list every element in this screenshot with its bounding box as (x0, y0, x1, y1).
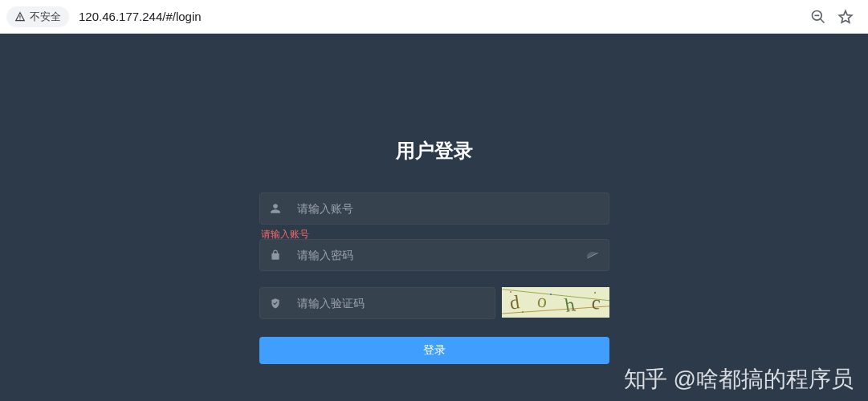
svg-point-1 (19, 18, 20, 19)
svg-line-3 (821, 18, 825, 22)
login-title: 用户登录 (396, 138, 473, 164)
shield-icon (270, 298, 281, 309)
captcha-input[interactable] (297, 297, 485, 310)
password-field[interactable] (259, 239, 609, 271)
user-icon (270, 203, 281, 214)
eye-icon[interactable] (586, 249, 599, 261)
username-error: 请输入账号 (259, 225, 609, 239)
login-page: 用户登录 请输入账号 (0, 34, 868, 401)
login-form: 请输入账号 d o (259, 192, 609, 364)
captcha-image[interactable]: d o h c (502, 287, 609, 318)
zoom-icon[interactable] (810, 9, 826, 25)
watermark: 知乎 @啥都搞的程序员 (624, 364, 854, 395)
security-label: 不安全 (30, 10, 61, 24)
security-badge[interactable]: 不安全 (6, 6, 69, 27)
star-icon[interactable] (837, 9, 854, 25)
captcha-field[interactable] (259, 287, 495, 319)
browser-actions (810, 9, 862, 25)
password-input[interactable] (297, 249, 570, 261)
lock-icon (270, 249, 281, 261)
url-text[interactable]: 120.46.177.244/#/login (77, 10, 802, 23)
watermark-author: @啥都搞的程序员 (674, 364, 854, 395)
browser-address-bar: 不安全 120.46.177.244/#/login (0, 0, 868, 34)
zhihu-logo: 知乎 (624, 368, 666, 391)
captcha-text: d o h c (502, 287, 609, 318)
captcha-row: d o h c (259, 287, 609, 319)
login-button[interactable]: 登录 (259, 337, 609, 364)
username-field[interactable] (259, 192, 609, 225)
warning-icon (14, 11, 26, 22)
username-input[interactable] (297, 202, 599, 215)
